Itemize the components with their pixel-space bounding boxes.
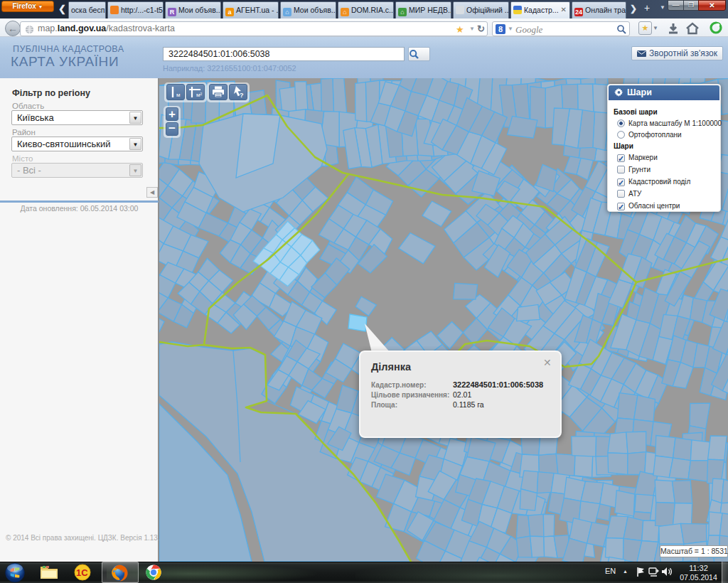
- svg-text:м²: м²: [196, 92, 203, 98]
- svg-text:?: ?: [240, 92, 244, 99]
- svg-text:м: м: [176, 92, 181, 98]
- svg-text:1С: 1С: [76, 567, 88, 578]
